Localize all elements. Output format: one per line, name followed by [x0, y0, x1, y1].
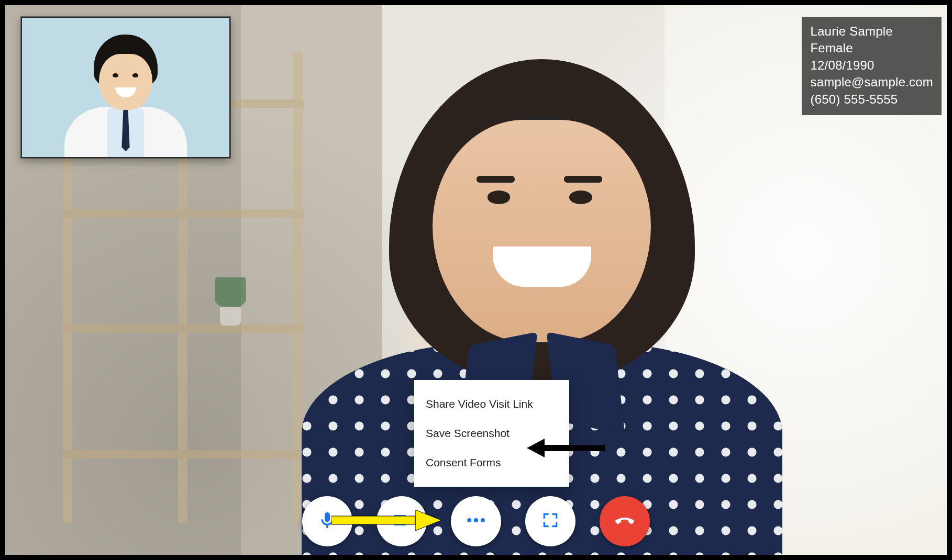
- self-view-thumbnail[interactable]: [21, 17, 230, 158]
- microphone-button[interactable]: [302, 496, 352, 546]
- fullscreen-button[interactable]: [525, 496, 575, 546]
- svg-point-1: [474, 518, 478, 522]
- patient-email: sample@sample.com: [810, 74, 933, 91]
- patient-info-overlay: Laurie Sample Female 12/08/1990 sample@s…: [802, 17, 942, 115]
- patient-phone: (650) 555-5555: [810, 91, 933, 108]
- fullscreen-icon: [540, 510, 561, 533]
- patient-dob: 12/08/1990: [810, 57, 933, 74]
- menu-consent-forms[interactable]: Consent Forms: [414, 448, 569, 477]
- end-call-button[interactable]: [600, 496, 650, 546]
- call-controls: [5, 496, 947, 546]
- more-options-menu: Share Video Visit Link Save Screenshot C…: [414, 380, 569, 487]
- video-call-window: Laurie Sample Female 12/08/1990 sample@s…: [4, 4, 948, 556]
- svg-point-2: [481, 518, 485, 522]
- menu-save-screenshot[interactable]: Save Screenshot: [414, 419, 569, 448]
- more-horizontal-icon: [464, 509, 488, 534]
- patient-name: Laurie Sample: [810, 23, 933, 40]
- patient-sex: Female: [810, 40, 933, 57]
- svg-point-0: [467, 518, 471, 522]
- hang-up-icon: [614, 510, 635, 533]
- microphone-icon: [317, 510, 338, 533]
- more-options-button[interactable]: [451, 496, 501, 546]
- camera-icon: [391, 510, 412, 533]
- menu-share-link[interactable]: Share Video Visit Link: [414, 389, 569, 419]
- camera-button[interactable]: [377, 496, 427, 546]
